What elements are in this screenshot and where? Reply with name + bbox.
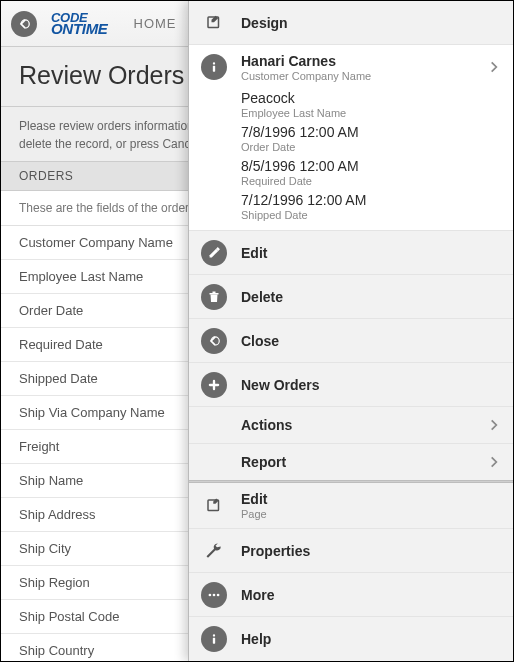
record-field-shipped-date: 7/12/1996 12:00 AM Shipped Date — [189, 190, 513, 231]
svg-point-1 — [213, 62, 215, 64]
dev-help-button[interactable]: Help — [189, 617, 513, 661]
svg-rect-4 — [213, 291, 216, 293]
chevron-right-icon — [487, 60, 501, 74]
dev-edit-button[interactable]: Edit Page — [189, 483, 513, 529]
help-icon — [201, 626, 227, 652]
svg-point-8 — [209, 593, 212, 596]
context-panel: Design Hanari Carnes Customer Company Na… — [188, 1, 513, 661]
svg-point-11 — [213, 634, 215, 636]
record-field-order-date: 7/8/1996 12:00 AM Order Date — [189, 123, 513, 157]
svg-point-10 — [217, 593, 220, 596]
pencil-icon — [201, 240, 227, 266]
actions-submenu[interactable]: Actions — [189, 407, 513, 444]
panel-design-button[interactable]: Design — [189, 1, 513, 45]
wrench-icon — [201, 538, 227, 564]
new-orders-button[interactable]: New Orders — [189, 363, 513, 407]
trash-icon — [201, 284, 227, 310]
svg-rect-6 — [209, 384, 220, 386]
back-button[interactable] — [11, 11, 37, 37]
panel-design-label: Design — [241, 15, 501, 31]
design-icon — [201, 10, 227, 36]
record-field-required-date: 8/5/1996 12:00 AM Required Date — [189, 157, 513, 191]
svg-rect-12 — [213, 638, 215, 644]
svg-rect-2 — [213, 66, 215, 72]
edit-button[interactable]: Edit — [189, 231, 513, 275]
record-title: Hanari Carnes — [241, 53, 473, 69]
dev-more-button[interactable]: More — [189, 573, 513, 617]
nav-home[interactable]: HOME — [134, 16, 177, 31]
record-field-employee: Peacock Employee Last Name — [189, 89, 513, 123]
svg-rect-3 — [210, 293, 219, 295]
chevron-right-icon — [487, 455, 501, 469]
report-submenu[interactable]: Report — [189, 444, 513, 480]
brand-logo: CODE ONTIME — [51, 12, 108, 36]
close-button[interactable]: Close — [189, 319, 513, 363]
svg-point-9 — [213, 593, 216, 596]
back-arrow-icon — [17, 17, 31, 31]
delete-button[interactable]: Delete — [189, 275, 513, 319]
info-icon — [201, 54, 227, 80]
chevron-right-icon — [487, 418, 501, 432]
close-back-icon — [201, 328, 227, 354]
plus-icon — [201, 372, 227, 398]
edit-page-icon — [201, 493, 227, 519]
record-header[interactable]: Hanari Carnes Customer Company Name — [189, 45, 513, 89]
more-icon — [201, 582, 227, 608]
record-subtitle: Customer Company Name — [241, 70, 473, 82]
dev-properties-button[interactable]: Properties — [189, 529, 513, 573]
